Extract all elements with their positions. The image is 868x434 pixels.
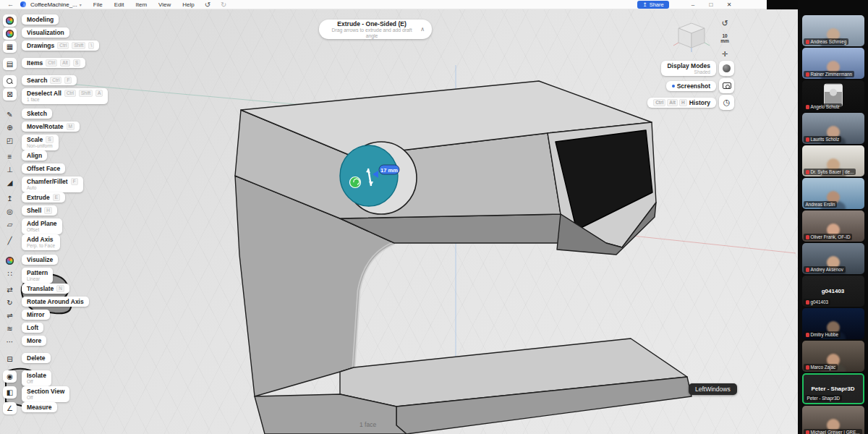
tool-group: ▤ItemsCtrlAltS <box>3 58 176 71</box>
menu-item[interactable]: Item <box>135 1 147 8</box>
orbit-icon[interactable]: ↺ <box>721 19 728 27</box>
items-icon[interactable]: ▤ <box>3 58 17 70</box>
display-modes-label[interactable]: Display Modes Shaded <box>661 61 716 76</box>
share-button[interactable]: ↥ Share <box>637 1 669 9</box>
participant-tile[interactable]: Angelo Schulz <box>802 80 864 111</box>
shortcut-key: Alt <box>60 59 70 67</box>
draft-angle-handle[interactable] <box>350 177 361 188</box>
history-button[interactable]: ◷ <box>719 95 734 110</box>
tool-button-section-view[interactable]: Section ViewOff <box>22 386 69 402</box>
minimize-button[interactable]: – <box>685 0 701 9</box>
menu-file[interactable]: File <box>93 1 103 8</box>
participant-tile[interactable]: Oliver Frank, OF-ID <box>802 210 864 242</box>
tool-button-scale[interactable]: ScaleSNon-uniform <box>22 135 59 150</box>
tool-button-modeling[interactable]: Modeling <box>22 14 59 25</box>
collapse-chevron-icon[interactable]: ∧ <box>420 26 425 33</box>
scale-icon[interactable]: ◰ <box>3 135 17 147</box>
grid-units-button[interactable]: 10 mm <box>720 34 729 43</box>
shell-icon[interactable]: ◎ <box>3 205 17 218</box>
isolate-icon[interactable]: ◉ <box>3 370 17 383</box>
menu-help[interactable]: Help <box>182 1 194 8</box>
visualization-icon[interactable] <box>3 27 17 40</box>
tool-button-align[interactable]: Align <box>22 150 47 161</box>
measure-icon[interactable]: ∠ <box>3 402 17 414</box>
tool-button-loft[interactable]: Loft <box>22 323 43 333</box>
delete-icon[interactable]: ⊟ <box>3 353 17 365</box>
active-tool-banner[interactable]: Extrude - One-Sided (E) Drag arrows to e… <box>319 20 432 39</box>
tool-button-visualization[interactable]: Visualization <box>22 27 69 38</box>
tool-button-deselect-all[interactable]: Deselect AllCtrlShiftA1 face <box>22 88 108 104</box>
participant-tile[interactable]: Laurits Scholz <box>802 113 864 144</box>
tool-button-add-plane[interactable]: Add PlaneOffset <box>22 218 62 234</box>
tool-button-isolate[interactable]: IsolateOff <box>22 370 51 386</box>
chamfer-fillet-icon[interactable]: ◢ <box>3 176 17 189</box>
undo-button[interactable]: ↺ <box>205 1 210 9</box>
tool-button-drawings[interactable]: DrawingsCtrlShift\ <box>22 41 99 51</box>
tool-button-move-rotate[interactable]: Move/RotateM <box>22 122 80 132</box>
history-label[interactable]: CtrlAltH History <box>647 98 716 108</box>
pattern-icon[interactable]: ∷ <box>3 268 17 280</box>
offset-face-icon[interactable]: ⊥ <box>3 163 17 176</box>
participant-tile[interactable]: Peter - Shapr3DPeter - Shapr3D <box>802 373 864 404</box>
participant-tile[interactable]: Michael Grewer | GRE... <box>802 406 864 434</box>
tool-button-visualize[interactable]: Visualize <box>22 255 58 265</box>
rotate-around-axis-icon[interactable]: ↻ <box>3 297 17 309</box>
participant-tile[interactable]: g041403g041403 <box>802 276 864 307</box>
mirror-icon[interactable]: ⇌ <box>3 310 17 322</box>
tool-button-measure[interactable]: Measure <box>22 402 57 412</box>
view-options-rail: ↺ 10 mm ✛ <box>716 19 733 59</box>
tool-button-translate[interactable]: TranslateN <box>22 284 69 294</box>
tool-button-more[interactable]: More <box>22 336 46 346</box>
screenshot-button[interactable] <box>719 78 734 93</box>
back-button[interactable]: ← <box>7 1 14 8</box>
menu-view[interactable]: View <box>158 1 171 8</box>
drawings-icon[interactable]: ▦ <box>3 41 17 53</box>
close-button[interactable]: ✕ <box>721 0 737 9</box>
participant-tile[interactable]: Rainer Zimmermann <box>802 48 864 79</box>
tool-button-add-axis[interactable]: Add AxisPerp. to Face <box>22 234 60 250</box>
muted-mic-icon <box>806 137 809 142</box>
move-rotate-icon[interactable]: ⊕ <box>3 122 17 134</box>
document-title[interactable]: CoffeeMachine_... <box>30 1 77 8</box>
tool-button-search[interactable]: SearchCtrlF <box>22 75 77 85</box>
add-axis-icon[interactable]: ╱ <box>3 234 17 247</box>
display-modes-button[interactable] <box>719 61 734 76</box>
sketch-icon[interactable]: ✎ <box>3 109 17 121</box>
menu-edit[interactable]: Edit <box>114 1 124 8</box>
participant-tile[interactable]: Marco Zajac <box>802 341 864 372</box>
tool-button-items[interactable]: ItemsCtrlAltS <box>22 58 85 68</box>
tool-button-shell[interactable]: ShellH <box>22 205 57 216</box>
participant-name: Dr. Sybs Bauer | de... <box>811 169 854 174</box>
tool-button-offset-face[interactable]: Offset Face <box>22 163 65 174</box>
redo-button[interactable]: ↻ <box>221 1 226 9</box>
translate-icon[interactable]: ⇄ <box>3 284 17 296</box>
deselect-icon[interactable]: ⊠ <box>3 88 17 101</box>
participant-tile[interactable]: Andrey Aksenov <box>802 243 864 274</box>
tool-subtitle: Off <box>27 379 46 385</box>
participant-tile[interactable]: Dmitry Hubbe <box>802 308 864 339</box>
tool-button-chamfer-fillet[interactable]: Chamfer/FilletFAuto <box>22 176 83 192</box>
loft-icon[interactable]: ≋ <box>3 323 17 335</box>
participant-tile[interactable]: Andreas Schmieg <box>802 15 864 46</box>
tool-button-delete[interactable]: Delete <box>22 353 51 363</box>
tool-button-extrude[interactable]: ExtrudeE <box>22 192 65 203</box>
more-icon[interactable]: ⋯ <box>3 336 17 348</box>
tool-button-mirror[interactable]: Mirror <box>22 310 50 320</box>
section-view-icon[interactable]: ◧ <box>3 386 17 399</box>
coffee-machine-model[interactable] <box>235 81 692 434</box>
add-plane-icon[interactable]: ▱ <box>3 218 17 231</box>
search-icon[interactable] <box>3 75 17 88</box>
extrude-icon[interactable]: ↥ <box>3 192 17 205</box>
screenshot-label[interactable]: Screenshot <box>666 81 716 91</box>
align-icon[interactable]: ≡ <box>3 150 17 163</box>
gizmo-settings-icon[interactable]: ✛ <box>722 50 728 59</box>
modeling-icon[interactable] <box>3 14 17 27</box>
view-cube[interactable] <box>671 19 712 52</box>
visualize-icon[interactable] <box>3 255 17 267</box>
maximize-button[interactable]: □ <box>703 0 719 9</box>
participant-tile[interactable]: Dr. Sybs Bauer | de... <box>802 145 864 176</box>
tool-button-rotate-around-axis[interactable]: Rotate Around Axis <box>22 297 89 307</box>
tool-button-sketch[interactable]: Sketch <box>22 109 52 119</box>
participant-tile[interactable]: Andreas Erslin <box>802 178 864 209</box>
tool-button-pattern[interactable]: PatternLinear <box>22 268 53 284</box>
